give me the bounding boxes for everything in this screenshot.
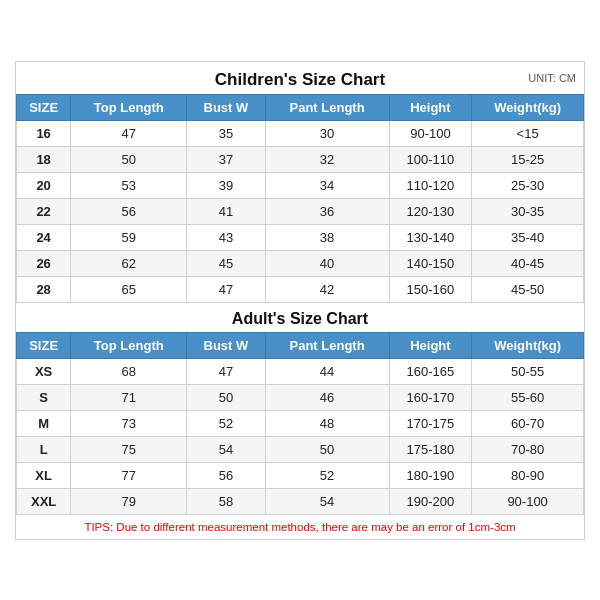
table-cell: 32 <box>265 146 389 172</box>
table-cell: 18 <box>17 146 71 172</box>
adults-title: Adult's Size Chart <box>232 310 368 327</box>
table-cell: 42 <box>265 276 389 302</box>
table-cell: 35 <box>187 120 265 146</box>
table-cell: 68 <box>71 358 187 384</box>
table-cell: 79 <box>71 488 187 514</box>
table-cell: 39 <box>187 172 265 198</box>
table-cell: 50-55 <box>472 358 584 384</box>
table-cell: 60-70 <box>472 410 584 436</box>
adults-header-row: SIZE Top Length Bust W Pant Length Heigh… <box>17 332 584 358</box>
table-cell: 40-45 <box>472 250 584 276</box>
table-cell: M <box>17 410 71 436</box>
table-cell: 190-200 <box>389 488 472 514</box>
children-col-weight: Weight(kg) <box>472 94 584 120</box>
table-row: S715046160-17055-60 <box>17 384 584 410</box>
table-cell: 24 <box>17 224 71 250</box>
table-cell: 30 <box>265 120 389 146</box>
children-col-height: Height <box>389 94 472 120</box>
table-row: 28654742150-16045-50 <box>17 276 584 302</box>
children-col-bust: Bust W <box>187 94 265 120</box>
table-cell: 110-120 <box>389 172 472 198</box>
table-cell: 50 <box>187 384 265 410</box>
children-tbody: 1647353090-100<1518503732100-11015-25205… <box>17 120 584 302</box>
table-cell: 50 <box>71 146 187 172</box>
children-table: SIZE Top Length Bust W Pant Length Heigh… <box>16 94 584 303</box>
table-cell: 71 <box>71 384 187 410</box>
table-cell: 47 <box>187 358 265 384</box>
table-cell: 37 <box>187 146 265 172</box>
table-row: 22564136120-13030-35 <box>17 198 584 224</box>
table-row: 26624540140-15040-45 <box>17 250 584 276</box>
table-cell: 16 <box>17 120 71 146</box>
adults-title-row: Adult's Size Chart <box>16 303 584 332</box>
table-cell: 100-110 <box>389 146 472 172</box>
table-cell: 28 <box>17 276 71 302</box>
table-cell: 58 <box>187 488 265 514</box>
table-cell: 53 <box>71 172 187 198</box>
table-cell: 35-40 <box>472 224 584 250</box>
table-cell: 130-140 <box>389 224 472 250</box>
table-row: M735248170-17560-70 <box>17 410 584 436</box>
table-cell: 90-100 <box>472 488 584 514</box>
table-cell: 70-80 <box>472 436 584 462</box>
table-cell: 22 <box>17 198 71 224</box>
table-cell: 44 <box>265 358 389 384</box>
tips-text: TIPS: Due to different measurement metho… <box>84 521 515 533</box>
adults-col-top-length: Top Length <box>71 332 187 358</box>
table-row: 20533934110-12025-30 <box>17 172 584 198</box>
table-cell: 150-160 <box>389 276 472 302</box>
adults-col-height: Height <box>389 332 472 358</box>
unit-label: UNIT: CM <box>528 72 576 84</box>
table-row: XS684744160-16550-55 <box>17 358 584 384</box>
table-cell: 54 <box>265 488 389 514</box>
table-cell: 25-30 <box>472 172 584 198</box>
table-cell: 180-190 <box>389 462 472 488</box>
children-title-row: Children's Size Chart UNIT: CM <box>16 62 584 94</box>
table-cell: 52 <box>187 410 265 436</box>
table-row: 18503732100-11015-25 <box>17 146 584 172</box>
table-cell: 160-170 <box>389 384 472 410</box>
table-cell: 56 <box>187 462 265 488</box>
table-cell: 40 <box>265 250 389 276</box>
table-cell: 65 <box>71 276 187 302</box>
table-cell: 140-150 <box>389 250 472 276</box>
adults-table: SIZE Top Length Bust W Pant Length Heigh… <box>16 332 584 515</box>
table-cell: 50 <box>265 436 389 462</box>
table-cell: 90-100 <box>389 120 472 146</box>
table-cell: 54 <box>187 436 265 462</box>
table-cell: S <box>17 384 71 410</box>
table-cell: 62 <box>71 250 187 276</box>
table-cell: 73 <box>71 410 187 436</box>
children-title: Children's Size Chart <box>215 70 385 89</box>
table-cell: XS <box>17 358 71 384</box>
table-cell: 38 <box>265 224 389 250</box>
tips-row: TIPS: Due to different measurement metho… <box>16 515 584 539</box>
table-cell: 41 <box>187 198 265 224</box>
adults-tbody: XS684744160-16550-55S715046160-17055-60M… <box>17 358 584 514</box>
table-cell: 34 <box>265 172 389 198</box>
table-row: 24594338130-14035-40 <box>17 224 584 250</box>
adults-col-size: SIZE <box>17 332 71 358</box>
table-cell: XL <box>17 462 71 488</box>
table-cell: 52 <box>265 462 389 488</box>
table-cell: 26 <box>17 250 71 276</box>
adults-col-bust: Bust W <box>187 332 265 358</box>
table-cell: 36 <box>265 198 389 224</box>
table-cell: 45-50 <box>472 276 584 302</box>
table-cell: XXL <box>17 488 71 514</box>
table-row: XXL795854190-20090-100 <box>17 488 584 514</box>
table-cell: 15-25 <box>472 146 584 172</box>
table-row: XL775652180-19080-90 <box>17 462 584 488</box>
table-cell: <15 <box>472 120 584 146</box>
table-cell: 170-175 <box>389 410 472 436</box>
table-cell: 30-35 <box>472 198 584 224</box>
table-row: 1647353090-100<15 <box>17 120 584 146</box>
table-cell: 56 <box>71 198 187 224</box>
table-cell: 77 <box>71 462 187 488</box>
table-cell: 46 <box>265 384 389 410</box>
table-cell: 75 <box>71 436 187 462</box>
children-header-row: SIZE Top Length Bust W Pant Length Heigh… <box>17 94 584 120</box>
table-cell: L <box>17 436 71 462</box>
table-cell: 47 <box>187 276 265 302</box>
table-cell: 48 <box>265 410 389 436</box>
